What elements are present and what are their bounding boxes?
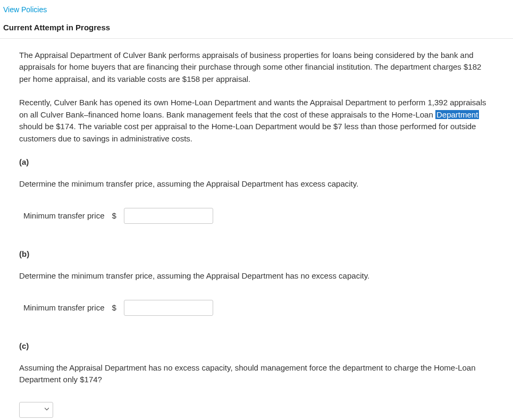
part-b-label: (b) <box>19 248 494 261</box>
part-a-label: (a) <box>19 156 494 169</box>
part-c-select-wrap <box>19 402 53 418</box>
part-b-field-row: Minimum transfer price $ <box>19 300 494 316</box>
part-a-input[interactable] <box>124 208 213 224</box>
part-a-field-row: Minimum transfer price $ <box>19 208 494 224</box>
currency-symbol: $ <box>112 302 116 314</box>
problem-paragraph-2: Recently, Culver Bank has opened its own… <box>19 97 494 145</box>
part-b-input[interactable] <box>124 300 213 316</box>
part-c-prompt: Assuming the Appraisal Department has no… <box>19 362 494 386</box>
part-c-select[interactable] <box>19 402 53 418</box>
para2-before: Recently, Culver Bank has opened its own… <box>19 98 486 119</box>
view-policies-link[interactable]: View Policies <box>0 0 513 19</box>
attempt-heading: Current Attempt in Progress <box>0 19 513 39</box>
part-b-field-label: Minimum transfer price <box>23 302 105 314</box>
part-b-prompt: Determine the minimum transfer price, as… <box>19 270 494 282</box>
part-c-label: (c) <box>19 340 494 352</box>
part-a-prompt: Determine the minimum transfer price, as… <box>19 178 494 190</box>
para2-after: should be $174. The variable cost per ap… <box>19 122 476 143</box>
problem-paragraph-1: The Appraisal Department of Culver Bank … <box>19 49 494 86</box>
currency-symbol: $ <box>112 210 116 222</box>
part-a-field-label: Minimum transfer price <box>23 210 105 222</box>
question-body: The Appraisal Department of Culver Bank … <box>0 39 513 421</box>
highlighted-word: Department <box>435 110 479 119</box>
